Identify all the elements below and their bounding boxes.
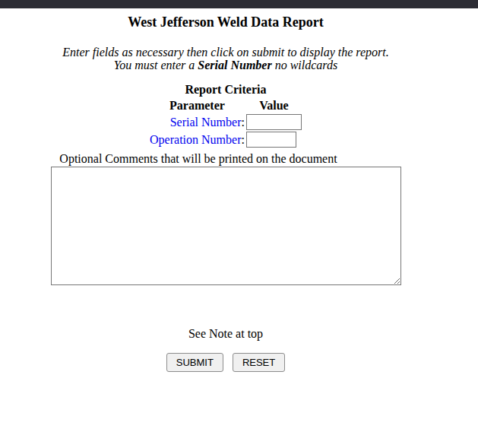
instructions-line2-suffix: no wildcards [272,59,338,71]
instructions-line2-bold: Serial Number [198,59,271,71]
button-row: SUBMIT RESET [0,353,451,372]
instructions-line1: Enter fields as necessary then click on … [0,46,451,59]
criteria-header-row: Parameter Value [150,99,302,113]
instructions: Enter fields as necessary then click on … [0,46,451,71]
column-header-value: Value [246,99,302,113]
column-header-parameter: Parameter [150,99,245,113]
comments-label: Optional Comments that will be printed o… [0,152,451,166]
serial-number-input[interactable] [246,114,302,130]
page-title: West Jefferson Weld Data Report [0,14,451,30]
operation-number-colon: : [241,133,244,146]
table-row-serial-number: Serial Number: [150,114,302,130]
operation-number-input[interactable] [246,132,296,148]
submit-button[interactable]: SUBMIT [166,353,223,372]
table-row-operation-number: Operation Number: [150,132,302,148]
report-criteria-table: Report Criteria Parameter Value Serial N… [148,83,303,149]
operation-number-value-cell [246,132,302,148]
comments-textarea[interactable] [51,167,401,285]
reset-button[interactable]: RESET [233,353,285,372]
report-criteria-heading: Report Criteria [148,83,303,97]
serial-number-link[interactable]: Serial Number [170,116,242,129]
see-note-text: See Note at top [0,327,451,341]
serial-number-label-cell: Serial Number: [150,114,245,130]
serial-number-value-cell [246,114,302,130]
top-bar [0,0,478,8]
instructions-line2: You must enter a Serial Number no wildca… [0,59,451,71]
operation-number-link[interactable]: Operation Number [150,133,241,146]
operation-number-label-cell: Operation Number: [150,132,245,148]
report-form-page: West Jefferson Weld Data Report Enter fi… [0,14,451,372]
instructions-line2-prefix: You must enter a [114,59,198,71]
serial-number-colon: : [241,116,244,129]
